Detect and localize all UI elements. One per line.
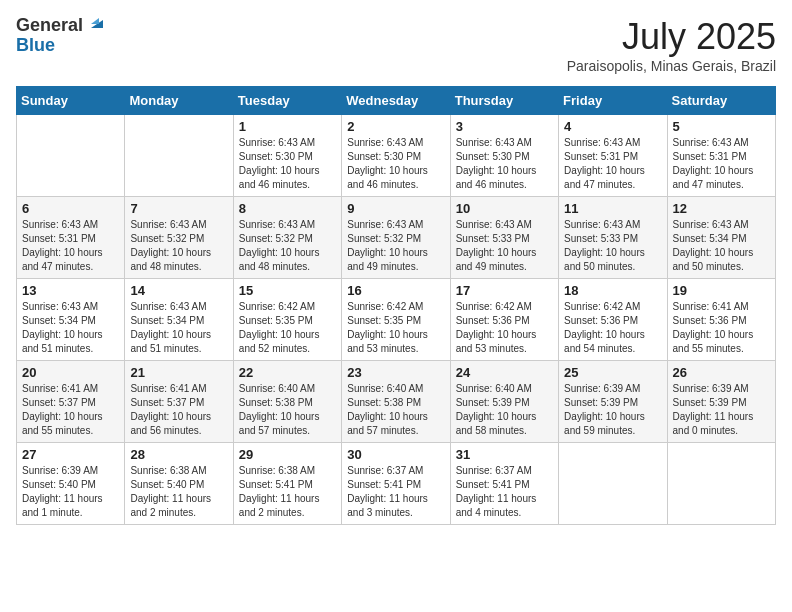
day-info: Sunrise: 6:41 AM Sunset: 5:37 PM Dayligh… <box>22 382 119 438</box>
table-row: 14Sunrise: 6:43 AM Sunset: 5:34 PM Dayli… <box>125 279 233 361</box>
day-info: Sunrise: 6:43 AM Sunset: 5:31 PM Dayligh… <box>564 136 661 192</box>
col-monday: Monday <box>125 87 233 115</box>
day-number: 27 <box>22 447 119 462</box>
day-info: Sunrise: 6:43 AM Sunset: 5:34 PM Dayligh… <box>130 300 227 356</box>
logo: General Blue <box>16 16 107 56</box>
day-number: 23 <box>347 365 444 380</box>
day-number: 19 <box>673 283 770 298</box>
day-info: Sunrise: 6:43 AM Sunset: 5:31 PM Dayligh… <box>673 136 770 192</box>
table-row: 6Sunrise: 6:43 AM Sunset: 5:31 PM Daylig… <box>17 197 125 279</box>
day-number: 24 <box>456 365 553 380</box>
table-row: 15Sunrise: 6:42 AM Sunset: 5:35 PM Dayli… <box>233 279 341 361</box>
table-row: 31Sunrise: 6:37 AM Sunset: 5:41 PM Dayli… <box>450 443 558 525</box>
table-row: 1Sunrise: 6:43 AM Sunset: 5:30 PM Daylig… <box>233 115 341 197</box>
location-subtitle: Paraisopolis, Minas Gerais, Brazil <box>567 58 776 74</box>
day-number: 7 <box>130 201 227 216</box>
week-row-1: 1Sunrise: 6:43 AM Sunset: 5:30 PM Daylig… <box>17 115 776 197</box>
day-info: Sunrise: 6:41 AM Sunset: 5:36 PM Dayligh… <box>673 300 770 356</box>
title-section: July 2025 Paraisopolis, Minas Gerais, Br… <box>567 16 776 74</box>
table-row: 20Sunrise: 6:41 AM Sunset: 5:37 PM Dayli… <box>17 361 125 443</box>
day-number: 3 <box>456 119 553 134</box>
col-tuesday: Tuesday <box>233 87 341 115</box>
table-row: 5Sunrise: 6:43 AM Sunset: 5:31 PM Daylig… <box>667 115 775 197</box>
svg-marker-1 <box>91 18 99 24</box>
table-row: 30Sunrise: 6:37 AM Sunset: 5:41 PM Dayli… <box>342 443 450 525</box>
month-title: July 2025 <box>567 16 776 58</box>
day-number: 13 <box>22 283 119 298</box>
day-info: Sunrise: 6:39 AM Sunset: 5:39 PM Dayligh… <box>564 382 661 438</box>
day-info: Sunrise: 6:41 AM Sunset: 5:37 PM Dayligh… <box>130 382 227 438</box>
day-number: 1 <box>239 119 336 134</box>
day-info: Sunrise: 6:40 AM Sunset: 5:38 PM Dayligh… <box>239 382 336 438</box>
day-info: Sunrise: 6:43 AM Sunset: 5:31 PM Dayligh… <box>22 218 119 274</box>
table-row: 16Sunrise: 6:42 AM Sunset: 5:35 PM Dayli… <box>342 279 450 361</box>
day-info: Sunrise: 6:39 AM Sunset: 5:39 PM Dayligh… <box>673 382 770 438</box>
week-row-3: 13Sunrise: 6:43 AM Sunset: 5:34 PM Dayli… <box>17 279 776 361</box>
table-row: 28Sunrise: 6:38 AM Sunset: 5:40 PM Dayli… <box>125 443 233 525</box>
day-info: Sunrise: 6:43 AM Sunset: 5:30 PM Dayligh… <box>347 136 444 192</box>
day-info: Sunrise: 6:43 AM Sunset: 5:33 PM Dayligh… <box>564 218 661 274</box>
day-info: Sunrise: 6:43 AM Sunset: 5:32 PM Dayligh… <box>347 218 444 274</box>
table-row: 9Sunrise: 6:43 AM Sunset: 5:32 PM Daylig… <box>342 197 450 279</box>
day-number: 10 <box>456 201 553 216</box>
col-friday: Friday <box>559 87 667 115</box>
day-number: 8 <box>239 201 336 216</box>
day-info: Sunrise: 6:37 AM Sunset: 5:41 PM Dayligh… <box>347 464 444 520</box>
logo-icon <box>85 10 107 32</box>
table-row: 10Sunrise: 6:43 AM Sunset: 5:33 PM Dayli… <box>450 197 558 279</box>
col-thursday: Thursday <box>450 87 558 115</box>
day-info: Sunrise: 6:40 AM Sunset: 5:38 PM Dayligh… <box>347 382 444 438</box>
table-row: 22Sunrise: 6:40 AM Sunset: 5:38 PM Dayli… <box>233 361 341 443</box>
table-row: 18Sunrise: 6:42 AM Sunset: 5:36 PM Dayli… <box>559 279 667 361</box>
table-row: 26Sunrise: 6:39 AM Sunset: 5:39 PM Dayli… <box>667 361 775 443</box>
day-number: 6 <box>22 201 119 216</box>
week-row-2: 6Sunrise: 6:43 AM Sunset: 5:31 PM Daylig… <box>17 197 776 279</box>
table-row: 23Sunrise: 6:40 AM Sunset: 5:38 PM Dayli… <box>342 361 450 443</box>
table-row: 3Sunrise: 6:43 AM Sunset: 5:30 PM Daylig… <box>450 115 558 197</box>
day-number: 16 <box>347 283 444 298</box>
day-info: Sunrise: 6:42 AM Sunset: 5:35 PM Dayligh… <box>239 300 336 356</box>
day-number: 30 <box>347 447 444 462</box>
day-number: 5 <box>673 119 770 134</box>
day-info: Sunrise: 6:43 AM Sunset: 5:33 PM Dayligh… <box>456 218 553 274</box>
table-row: 19Sunrise: 6:41 AM Sunset: 5:36 PM Dayli… <box>667 279 775 361</box>
day-number: 9 <box>347 201 444 216</box>
day-number: 18 <box>564 283 661 298</box>
table-row: 25Sunrise: 6:39 AM Sunset: 5:39 PM Dayli… <box>559 361 667 443</box>
day-info: Sunrise: 6:43 AM Sunset: 5:30 PM Dayligh… <box>239 136 336 192</box>
day-number: 14 <box>130 283 227 298</box>
table-row <box>125 115 233 197</box>
week-row-5: 27Sunrise: 6:39 AM Sunset: 5:40 PM Dayli… <box>17 443 776 525</box>
day-number: 28 <box>130 447 227 462</box>
day-number: 22 <box>239 365 336 380</box>
day-info: Sunrise: 6:42 AM Sunset: 5:36 PM Dayligh… <box>564 300 661 356</box>
table-row <box>559 443 667 525</box>
table-row: 4Sunrise: 6:43 AM Sunset: 5:31 PM Daylig… <box>559 115 667 197</box>
day-info: Sunrise: 6:38 AM Sunset: 5:41 PM Dayligh… <box>239 464 336 520</box>
day-info: Sunrise: 6:39 AM Sunset: 5:40 PM Dayligh… <box>22 464 119 520</box>
table-row: 27Sunrise: 6:39 AM Sunset: 5:40 PM Dayli… <box>17 443 125 525</box>
day-number: 21 <box>130 365 227 380</box>
table-row: 24Sunrise: 6:40 AM Sunset: 5:39 PM Dayli… <box>450 361 558 443</box>
table-row: 21Sunrise: 6:41 AM Sunset: 5:37 PM Dayli… <box>125 361 233 443</box>
col-saturday: Saturday <box>667 87 775 115</box>
day-info: Sunrise: 6:38 AM Sunset: 5:40 PM Dayligh… <box>130 464 227 520</box>
table-row: 2Sunrise: 6:43 AM Sunset: 5:30 PM Daylig… <box>342 115 450 197</box>
day-number: 25 <box>564 365 661 380</box>
day-number: 12 <box>673 201 770 216</box>
day-info: Sunrise: 6:40 AM Sunset: 5:39 PM Dayligh… <box>456 382 553 438</box>
table-row: 12Sunrise: 6:43 AM Sunset: 5:34 PM Dayli… <box>667 197 775 279</box>
day-info: Sunrise: 6:37 AM Sunset: 5:41 PM Dayligh… <box>456 464 553 520</box>
day-number: 11 <box>564 201 661 216</box>
day-number: 2 <box>347 119 444 134</box>
week-row-4: 20Sunrise: 6:41 AM Sunset: 5:37 PM Dayli… <box>17 361 776 443</box>
day-info: Sunrise: 6:43 AM Sunset: 5:34 PM Dayligh… <box>22 300 119 356</box>
day-info: Sunrise: 6:43 AM Sunset: 5:32 PM Dayligh… <box>239 218 336 274</box>
table-row: 29Sunrise: 6:38 AM Sunset: 5:41 PM Dayli… <box>233 443 341 525</box>
calendar-table: Sunday Monday Tuesday Wednesday Thursday… <box>16 86 776 525</box>
day-number: 17 <box>456 283 553 298</box>
table-row: 7Sunrise: 6:43 AM Sunset: 5:32 PM Daylig… <box>125 197 233 279</box>
day-number: 26 <box>673 365 770 380</box>
day-number: 31 <box>456 447 553 462</box>
table-row: 17Sunrise: 6:42 AM Sunset: 5:36 PM Dayli… <box>450 279 558 361</box>
